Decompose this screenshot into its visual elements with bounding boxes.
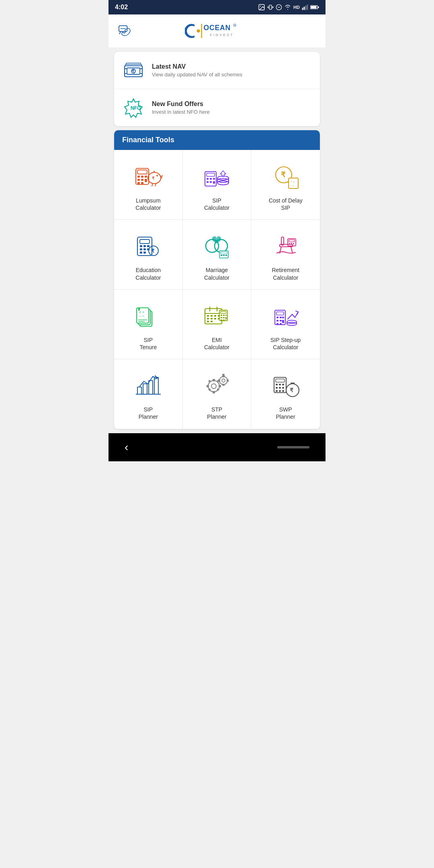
svg-rect-12 [307,4,308,10]
stp-planner-item[interactable]: STPPlanner [183,359,252,429]
svg-rect-129 [225,317,227,319]
svg-rect-90 [223,255,225,256]
back-button[interactable]: ‹ [125,441,128,454]
svg-rect-46 [141,182,143,184]
svg-rect-45 [137,182,140,184]
latest-nav-title: Latest NAV [152,63,242,70]
stp-label: STPPlanner [207,406,226,420]
swp-icon: ₹ [270,369,302,401]
svg-rect-138 [280,320,282,321]
sip-stepup-item[interactable]: SIP Step-upCalculator [251,290,320,359]
svg-point-161 [219,377,227,385]
svg-rect-153 [213,379,215,381]
retirement-icon [270,229,302,262]
svg-rect-75 [140,245,142,247]
svg-point-17 [121,28,122,29]
cards-section: ₹ Latest NAV View daily updated NAV of a… [114,52,320,126]
svg-rect-125 [223,315,225,316]
cost-delay-item[interactable]: ₹ + × − ÷ Cost of DelaySIP [251,150,320,220]
emi-calc-item[interactable]: EMICalculator [183,290,252,359]
svg-rect-40 [141,176,143,178]
retirement-calc-item[interactable]: RetirementCalculator [251,220,320,289]
sip-tenure-label: SIPTenure [139,336,157,351]
svg-rect-148 [149,381,153,394]
svg-rect-77 [147,245,149,247]
svg-rect-136 [282,317,284,318]
bottom-nav: ‹ [108,433,326,461]
svg-rect-42 [137,179,140,181]
svg-rect-154 [213,391,215,393]
svg-rect-10 [304,7,305,10]
svg-rect-9 [302,8,303,10]
sip-planner-item[interactable]: SIPPlanner [114,359,183,429]
latest-nav-card[interactable]: ₹ Latest NAV View daily updated NAV of a… [114,52,320,89]
svg-rect-11 [305,6,307,10]
nfo-subtitle: Invest in latest NFO here [152,109,210,115]
svg-rect-44 [145,179,147,182]
sip-calc-item[interactable]: SIPCalculator [183,150,252,220]
tools-header: Financial Tools [114,130,320,150]
svg-rect-82 [143,252,146,254]
svg-point-18 [123,28,124,29]
marriage-calc-item[interactable]: MarriageCalculator [183,220,252,289]
svg-text:₹: ₹ [151,248,155,254]
status-icons: HD [258,4,319,11]
emi-label: EMICalculator [204,336,229,351]
svg-rect-57 [213,178,215,180]
cost-delay-label: Cost of DelaySIP [269,197,303,211]
svg-rect-131 [223,319,225,321]
svg-rect-137 [276,320,278,321]
sip-tenure-item[interactable]: + × − ÷ SIPTenure [114,290,183,359]
education-calc-item[interactable]: ₹ EducationCalculator [114,220,183,289]
education-label: EducationCalculator [135,266,161,281]
svg-rect-43 [141,179,143,181]
svg-rect-174 [279,387,281,389]
nfo-card[interactable]: NFO New Fund Offers Invest in latest NFO… [114,89,320,126]
status-bar: 4:02 HD [108,0,326,14]
svg-text:+  ×: + × [291,180,295,183]
svg-rect-156 [219,385,221,387]
lumpsum-calc-item[interactable]: ₹ LumpsumCalculator [114,150,183,220]
svg-rect-121 [211,321,213,322]
svg-point-47 [148,172,161,184]
svg-rect-54 [207,173,215,176]
sip-tenure-icon: + × − ÷ [132,299,164,332]
svg-rect-147 [143,384,147,394]
svg-text:+  ×: + × [139,310,144,314]
marriage-label: MarriageCalculator [204,266,229,281]
svg-rect-98 [289,243,290,244]
svg-point-167 [222,374,225,376]
svg-rect-56 [210,178,212,180]
svg-rect-140 [276,323,278,325]
svg-rect-2 [269,5,271,10]
cost-delay-icon: ₹ + × − ÷ [270,160,302,192]
swp-planner-item[interactable]: ₹ SWPPlanner [251,359,320,429]
svg-rect-149 [154,377,158,394]
home-indicator[interactable] [277,446,309,448]
svg-rect-59 [210,181,212,183]
svg-rect-60 [213,181,215,184]
svg-text:FINVEST: FINVEST [210,33,234,37]
svg-rect-41 [145,176,147,178]
swp-label: SWPPlanner [276,406,295,420]
education-icon: ₹ [132,229,164,262]
svg-point-19 [124,28,125,29]
svg-rect-89 [221,255,222,256]
sip-planner-icon [132,369,164,401]
svg-rect-169 [276,379,285,382]
svg-rect-79 [143,248,146,250]
svg-rect-55 [207,178,209,180]
svg-rect-38 [137,170,147,174]
svg-line-95 [291,247,293,253]
contact-button[interactable] [117,22,134,40]
svg-point-20 [197,29,200,33]
svg-rect-165 [218,379,220,382]
svg-rect-58 [207,181,209,183]
svg-rect-14 [311,6,316,8]
emi-icon [201,299,233,332]
svg-text:₹: ₹ [290,387,293,393]
svg-rect-173 [276,387,278,389]
svg-line-49 [152,184,153,186]
svg-rect-164 [222,384,225,386]
sip-label: SIPCalculator [204,197,229,211]
